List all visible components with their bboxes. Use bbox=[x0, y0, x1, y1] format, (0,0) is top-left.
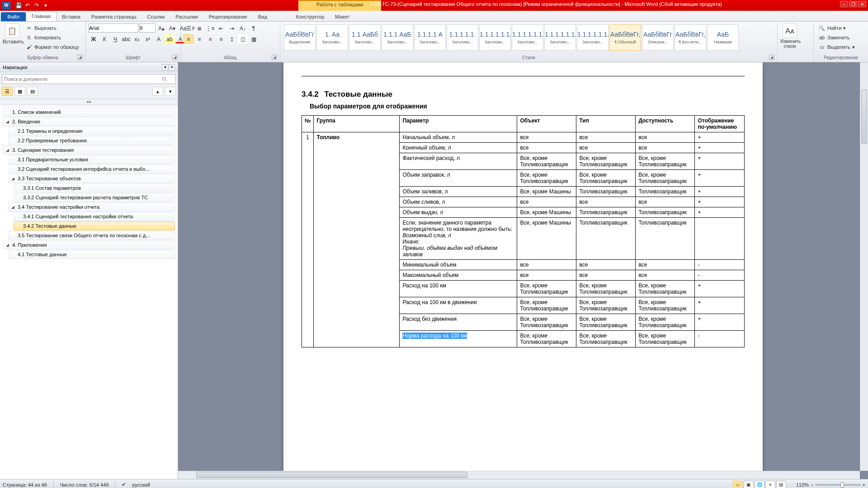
tab-mailings[interactable]: Рассылки bbox=[170, 12, 203, 21]
shading-icon[interactable]: ◫ bbox=[238, 34, 248, 43]
clipboard-dialog-launcher[interactable]: ◢ bbox=[77, 55, 83, 60]
hscroll-thumb[interactable] bbox=[196, 472, 467, 478]
close-button[interactable]: ✕ bbox=[858, 1, 866, 7]
show-marks-icon[interactable]: ¶ bbox=[249, 23, 259, 33]
font-size-combo[interactable] bbox=[139, 23, 156, 33]
nav-view-headings-icon[interactable]: ☰ bbox=[2, 87, 13, 96]
underline-icon[interactable]: Ч bbox=[110, 34, 120, 43]
bullets-icon[interactable]: ☰ bbox=[184, 23, 193, 33]
qat-undo-icon[interactable]: ↶ bbox=[24, 1, 32, 9]
nav-node[interactable]: 3.3.1 Состав параметров bbox=[14, 183, 175, 192]
increase-indent-icon[interactable]: ⇥ bbox=[227, 23, 237, 33]
line-spacing-icon[interactable]: ‡ bbox=[227, 34, 237, 43]
strike-icon[interactable]: abc bbox=[121, 34, 131, 43]
tab-table-layout[interactable]: Макет bbox=[330, 12, 354, 21]
nav-view-results-icon[interactable]: ▤ bbox=[27, 87, 38, 96]
paste-button[interactable]: 📋 Вставить bbox=[3, 23, 22, 44]
nav-node[interactable]: 3.5 Тестирование связи Общего отчета по … bbox=[8, 231, 175, 240]
status-language[interactable]: русский bbox=[132, 482, 150, 488]
nav-close-icon[interactable]: ✕ bbox=[169, 64, 175, 70]
view-outline-icon[interactable]: ≡ bbox=[765, 481, 775, 488]
vertical-scrollbar[interactable] bbox=[860, 62, 868, 471]
nav-next-icon[interactable]: ▾ bbox=[165, 87, 176, 96]
nav-node[interactable]: ◢4. Приложения bbox=[3, 240, 175, 249]
tab-insert[interactable]: Вставка bbox=[57, 12, 86, 21]
style-8[interactable]: 1.1.1.1.1.1.Заголово... bbox=[544, 24, 576, 51]
tab-references[interactable]: Ссылки bbox=[142, 12, 170, 21]
nav-node[interactable]: 3.1 Предварительные условия bbox=[8, 155, 175, 164]
document-area[interactable]: 3.4.2 Тестовые данные Выбор параметров д… bbox=[178, 62, 868, 479]
nav-node[interactable]: 2.2 Проверяемые требования bbox=[8, 136, 175, 145]
restore-button[interactable]: ❐ bbox=[849, 1, 857, 7]
multilevel-icon[interactable]: ⋮≡ bbox=[205, 23, 215, 33]
align-left-icon[interactable]: ≡ bbox=[184, 34, 193, 43]
borders-icon[interactable]: ▦ bbox=[249, 34, 259, 43]
style-0[interactable]: АаБбВвГгВыделение bbox=[284, 24, 316, 51]
style-6[interactable]: 1.1.1.1.1.1.Заголово... bbox=[479, 24, 511, 51]
font-dialog-launcher[interactable]: ◢ bbox=[172, 55, 178, 60]
tab-review[interactable]: Рецензирование bbox=[203, 12, 253, 21]
test-data-table[interactable]: №ГруппаПараметрОбъектТипДоступностьОтобр… bbox=[302, 115, 745, 347]
qat-customize-icon[interactable]: ▾ bbox=[42, 1, 50, 9]
change-styles-button[interactable]: Aᴀ Изменить стили bbox=[780, 23, 799, 49]
grow-font-icon[interactable]: A▴ bbox=[156, 23, 166, 33]
nav-collapse-bar[interactable]: ▴▴ bbox=[0, 99, 178, 105]
zoom-level[interactable]: 110% bbox=[796, 482, 809, 488]
style-1[interactable]: 1. AaЗаголово... bbox=[316, 24, 348, 51]
align-right-icon[interactable]: ≡ bbox=[205, 34, 215, 43]
tab-table-design[interactable]: Конструктор bbox=[291, 12, 330, 21]
view-print-layout-icon[interactable]: ▭ bbox=[733, 481, 743, 488]
sort-icon[interactable]: A↓ bbox=[238, 23, 248, 33]
view-full-screen-icon[interactable]: ▣ bbox=[744, 481, 754, 488]
style-12[interactable]: АаБбВвГг,¶ Без инте... bbox=[675, 24, 706, 51]
style-5[interactable]: 1.1.1.1.1.Заголово... bbox=[447, 24, 478, 51]
nav-prev-icon[interactable]: ▴ bbox=[152, 87, 163, 96]
nav-node[interactable]: ◢2. Введение bbox=[3, 117, 175, 126]
nav-node[interactable]: 2.1 Термины и определения bbox=[8, 127, 175, 136]
font-name-combo[interactable] bbox=[89, 23, 138, 33]
style-11[interactable]: АаБбВвГгОписани... bbox=[642, 24, 674, 51]
tab-home[interactable]: Главная bbox=[26, 11, 57, 21]
zoom-in-icon[interactable]: + bbox=[863, 482, 865, 488]
italic-icon[interactable]: К bbox=[99, 34, 109, 43]
nav-node[interactable]: ◢3.3 Тестирование объектов bbox=[8, 174, 175, 183]
style-4[interactable]: 1.1.1.1 АЗаголово... bbox=[414, 24, 446, 51]
copy-button[interactable]: ⎘Копировать bbox=[24, 33, 81, 42]
format-painter-button[interactable]: 🖌Формат по образцу bbox=[24, 42, 81, 52]
nav-node[interactable]: 4.1 Тестовые данные bbox=[8, 250, 175, 259]
cut-button[interactable]: ✂Вырезать bbox=[24, 23, 81, 33]
select-button[interactable]: ▭Выделить ▾ bbox=[816, 42, 857, 52]
tab-view[interactable]: Вид bbox=[253, 12, 273, 21]
nav-search-input[interactable] bbox=[2, 74, 176, 84]
nav-node[interactable]: 3.3.2 Сценарий тестирования расчета пара… bbox=[14, 193, 175, 202]
nav-node[interactable]: ◢3.4 Тестирование настройки отчета bbox=[8, 202, 175, 211]
text-effects-icon[interactable]: A bbox=[154, 34, 164, 43]
nav-node[interactable]: 3.4.2 Тестовые данные bbox=[14, 221, 175, 230]
zoom-out-icon[interactable]: − bbox=[811, 482, 813, 488]
decrease-indent-icon[interactable]: ⇤ bbox=[216, 23, 226, 33]
superscript-icon[interactable]: x² bbox=[143, 34, 153, 43]
style-10[interactable]: АаБбВвГг,¶ Обычный bbox=[609, 24, 641, 51]
style-7[interactable]: 1.1.1.1.1.1.Заголово... bbox=[512, 24, 543, 51]
style-3[interactable]: 1.1.1 АаБЗаголово... bbox=[382, 24, 413, 51]
proofing-icon[interactable]: ✔ bbox=[122, 482, 126, 488]
style-2[interactable]: 1.1 АаБбЗаголово... bbox=[349, 24, 381, 51]
qat-redo-icon[interactable]: ↷ bbox=[33, 1, 41, 9]
styles-dialog-launcher[interactable]: ◢ bbox=[769, 55, 774, 60]
replace-button[interactable]: abЗаменить bbox=[816, 33, 857, 42]
nav-node[interactable]: 3.4.1 Сценарий тестирования настройки от… bbox=[14, 212, 175, 221]
tab-page-layout[interactable]: Разметка страницы bbox=[86, 12, 142, 21]
qat-save-icon[interactable]: 💾 bbox=[14, 1, 23, 9]
highlight-icon[interactable]: ab bbox=[165, 34, 175, 43]
vscroll-thumb[interactable] bbox=[861, 89, 867, 144]
style-9[interactable]: 1.1.1.1.1.1.Заголово... bbox=[577, 24, 609, 51]
file-tab[interactable]: Файл bbox=[1, 12, 26, 21]
shrink-font-icon[interactable]: A▾ bbox=[167, 23, 177, 33]
find-button[interactable]: 🔍Найти ▾ bbox=[816, 23, 857, 33]
table-row[interactable]: 1ТопливоНачальный объем, лвсевсевсе+ bbox=[302, 132, 745, 143]
style-13[interactable]: АаБНазвание bbox=[707, 24, 739, 51]
numbering-icon[interactable]: ≣ bbox=[194, 23, 204, 33]
bold-icon[interactable]: Ж bbox=[89, 34, 99, 43]
nav-node[interactable]: 3.2 Сценарий тестирования интерфейса отч… bbox=[8, 164, 175, 174]
zoom-knob[interactable] bbox=[840, 482, 844, 488]
